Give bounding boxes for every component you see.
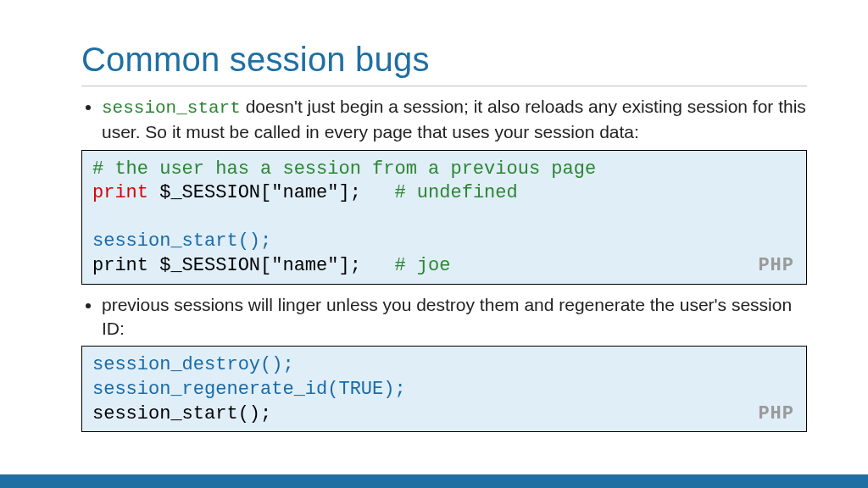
code-line: session_regenerate_id(TRUE); [92,379,406,400]
code-line: session_destroy(); [92,354,294,375]
code-line: session_start(); [92,230,271,252]
language-tag: PHP [758,254,794,279]
slide-title: Common session bugs [81,41,807,79]
code-comment: # joe [394,255,450,276]
bullet-list-1: session_start doesn't just begin a sessi… [81,95,807,145]
code-block-2: session_destroy(); session_regenerate_id… [81,346,807,432]
title-underline [81,86,807,86]
code-token: print $_SESSION["name"]; [92,255,394,276]
language-tag: PHP [758,402,794,427]
code-token: $_SESSION["name"]; [148,182,394,203]
code-line: # the user has a session from a previous… [92,158,596,180]
code-comment: # undefined [394,182,517,203]
bullet-1: session_start doesn't just begin a sessi… [102,95,807,145]
inline-code: session_start [102,98,241,118]
bullet-2: previous sessions will linger unless you… [102,293,807,341]
bullet-list-2: previous sessions will linger unless you… [81,293,807,341]
code-block-1: # the user has a session from a previous… [81,150,807,285]
slide: Common session bugs session_start doesn'… [0,0,868,488]
code-line: session_start(); [92,403,271,424]
footer-accent-bar [0,474,868,488]
code-token-print: print [92,182,148,203]
